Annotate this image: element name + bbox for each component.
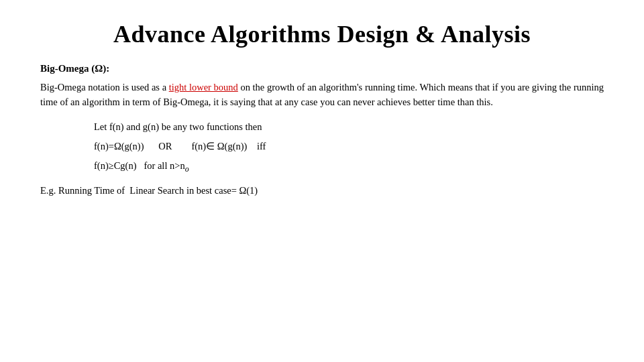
let-line: Let f(n) and g(n) be any two functions t… <box>94 119 604 135</box>
subscript-o: o <box>185 164 189 174</box>
math-block: Let f(n) and g(n) be any two functions t… <box>40 119 604 176</box>
math-iff: iff <box>257 141 266 152</box>
description-part1: Big-Omega notation is used as a <box>40 82 169 93</box>
highlight-text: tight lower bound <box>169 82 238 93</box>
math-line-2: f(n)≥Cg(n) for all n>no <box>94 158 604 176</box>
math-expr-3: f(n)≥Cg(n) for all n>no <box>94 160 189 171</box>
example-line: E.g. Running Time of Linear Search in be… <box>40 185 604 196</box>
section-header: Big-Omega (Ω): <box>40 63 604 74</box>
math-or: OR <box>158 141 172 152</box>
math-line-1: f(n)=Ω(g(n)) OR f(n)∈ Ω(g(n)) iff <box>94 139 604 154</box>
math-expr-2: f(n)∈ Ω(g(n)) <box>191 141 247 152</box>
page: Advance Algorithms Design & Analysis Big… <box>0 0 644 362</box>
page-title: Advance Algorithms Design & Analysis <box>40 20 604 48</box>
let-line-text: Let f(n) and g(n) be any two functions t… <box>94 121 262 132</box>
section-header-text: Big-Omega (Ω): <box>40 63 109 74</box>
example-text: E.g. Running Time of Linear Search in be… <box>40 185 258 196</box>
math-expr-1: f(n)=Ω(g(n)) <box>94 141 144 152</box>
description-paragraph: Big-Omega notation is used as a tight lo… <box>40 80 604 110</box>
